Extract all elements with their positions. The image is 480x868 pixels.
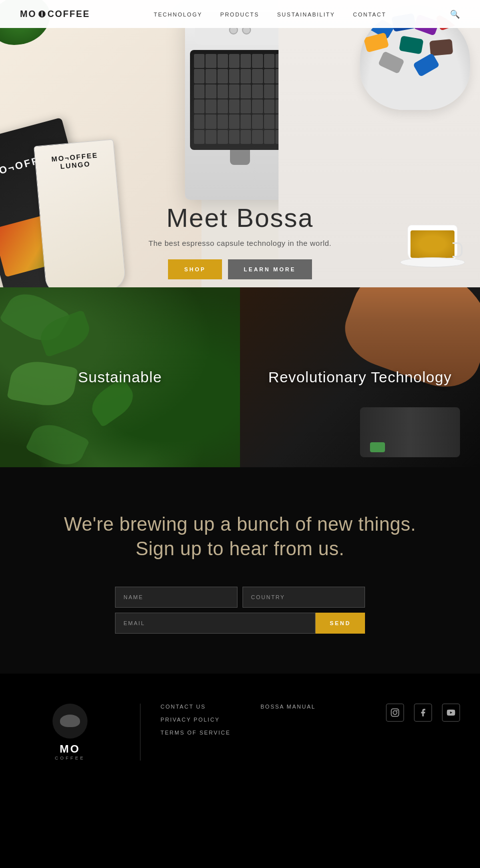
footer-logo-sub: COFFEE — [55, 756, 86, 761]
footer-divider — [140, 704, 140, 761]
search-icon[interactable]: 🔍 — [450, 9, 460, 19]
nav-products[interactable]: PRODUCTS — [220, 11, 260, 17]
logo-mo: MO — [20, 9, 36, 19]
hero-text-block: Meet Bossa The best espresso capsule tec… — [0, 203, 480, 247]
form-row-2: SEND — [115, 613, 365, 634]
send-button[interactable]: SEND — [316, 613, 365, 634]
footer-center: CONTACT US PRIVACY POLICY TERMS OF SERVI… — [160, 704, 386, 736]
footer-logo-area: MO COFFEE — [20, 704, 120, 761]
youtube-icon[interactable] — [442, 704, 460, 722]
hero-title: Meet Bossa — [0, 203, 480, 233]
country-input[interactable] — [242, 587, 365, 608]
site-logo[interactable]: MO COFFEE — [20, 9, 90, 19]
shop-button[interactable]: SHOP — [168, 259, 222, 279]
footer-logo-text: MO — [60, 743, 80, 756]
footer: MO COFFEE CONTACT US PRIVACY POLICY TERM… — [0, 674, 480, 781]
sustainable-label: Sustainable — [78, 369, 162, 386]
nav-links: TECHNOLOGY PRODUCTS SUSTAINABILITY CONTA… — [154, 9, 386, 18]
feature-panels: Sustainable Revolutionary Technology — [0, 287, 480, 467]
footer-privacy-link[interactable]: PRIVACY POLICY — [160, 717, 230, 723]
facebook-icon[interactable] — [414, 704, 432, 722]
logo-coffee: COFFEE — [48, 9, 90, 19]
logo-bean-icon — [38, 10, 46, 17]
machine-spout — [230, 150, 250, 165]
form-row-1 — [115, 587, 365, 608]
svg-rect-0 — [392, 709, 399, 716]
hero-buttons: SHOP LEARN MORE — [0, 259, 480, 279]
device-light — [370, 442, 385, 452]
signup-heading: We're brewing up a bunch of new things. … — [20, 512, 460, 562]
learn-more-button[interactable]: LEARN MORE — [228, 259, 312, 279]
machine-body — [190, 50, 290, 150]
hero-subtitle: The best espresso capsule technology in … — [0, 239, 480, 247]
footer-social — [386, 704, 460, 722]
signup-form: SEND — [115, 587, 365, 634]
svg-point-2 — [396, 710, 398, 711]
nav-contact[interactable]: CONTACT — [353, 11, 386, 17]
signup-section: We're brewing up a bunch of new things. … — [0, 467, 480, 674]
footer-links: CONTACT US PRIVACY POLICY TERMS OF SERVI… — [160, 704, 230, 736]
hero-section: Meet Bossa The best espresso capsule tec… — [0, 0, 480, 287]
device-decoration — [360, 407, 460, 457]
machine-grid — [190, 50, 290, 150]
footer-terms-link[interactable]: TERMS OF SERVICE — [160, 730, 230, 736]
nav-sustainability[interactable]: SUSTAINABILITY — [277, 11, 335, 17]
footer-extras: BOSSA MANUAL — [260, 704, 316, 736]
footer-logo-icon — [52, 704, 88, 739]
email-input[interactable] — [115, 613, 316, 634]
bossa-manual-link[interactable]: BOSSA MANUAL — [260, 704, 316, 710]
technology-label: Revolutionary Technology — [268, 369, 452, 386]
footer-contact-link[interactable]: CONTACT US — [160, 704, 230, 710]
instagram-icon[interactable] — [386, 704, 404, 722]
technology-panel[interactable]: Revolutionary Technology — [240, 287, 480, 467]
sustainable-panel[interactable]: Sustainable — [0, 287, 240, 467]
navbar: MO COFFEE TECHNOLOGY PRODUCTS SUSTAINABI… — [0, 0, 480, 28]
svg-point-1 — [393, 711, 397, 715]
name-input[interactable] — [115, 587, 238, 608]
nav-technology[interactable]: TECHNOLOGY — [154, 11, 202, 17]
